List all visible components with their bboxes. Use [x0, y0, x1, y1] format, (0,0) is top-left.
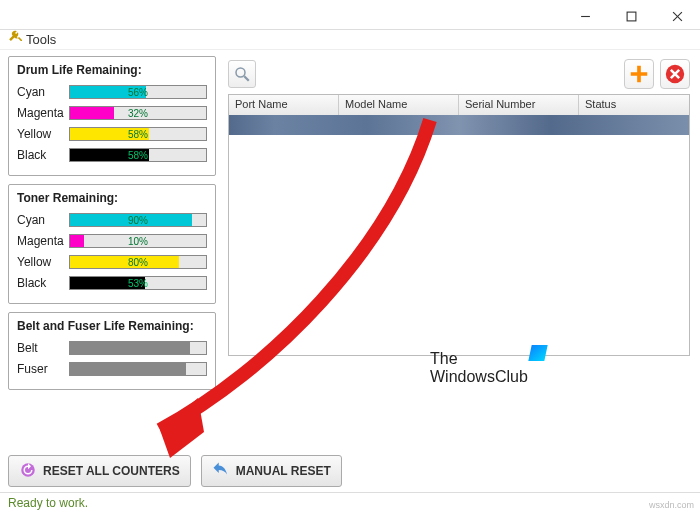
watermark-line1: The — [430, 350, 528, 368]
col-model-name[interactable]: Model Name — [339, 95, 459, 115]
belt-fuser-panel: Belt and Fuser Life Remaining: Belt Fuse… — [8, 312, 216, 390]
drum-progress-bar: 58% — [69, 127, 207, 141]
svg-rect-1 — [627, 12, 636, 21]
col-serial-number[interactable]: Serial Number — [459, 95, 579, 115]
close-window-button[interactable] — [654, 2, 700, 30]
device-table[interactable]: Port Name Model Name Serial Number Statu… — [228, 94, 690, 356]
drum-progress-text: 32% — [70, 107, 206, 119]
toner-row: Black53% — [17, 274, 207, 292]
belt-label: Fuser — [17, 362, 69, 376]
drum-panel-title: Drum Life Remaining: — [17, 63, 207, 77]
toner-row: Magenta10% — [17, 232, 207, 250]
window-titlebar — [0, 0, 700, 30]
delete-button[interactable] — [660, 59, 690, 89]
svg-line-5 — [244, 76, 249, 81]
toner-row: Yellow80% — [17, 253, 207, 271]
status-bar: Ready to work. — [0, 492, 700, 512]
col-status[interactable]: Status — [579, 95, 689, 115]
watermark-line2: WindowsClub — [430, 368, 528, 386]
toner-label: Black — [17, 276, 69, 290]
reset-icon — [19, 461, 37, 482]
toner-panel: Toner Remaining: Cyan90%Magenta10%Yellow… — [8, 184, 216, 304]
belt-label: Belt — [17, 341, 69, 355]
drum-label: Yellow — [17, 127, 69, 141]
drum-row: Black58% — [17, 146, 207, 164]
drum-row: Cyan56% — [17, 83, 207, 101]
tools-icon — [8, 30, 22, 50]
belt-progress-bar — [69, 362, 207, 376]
toner-progress-bar: 90% — [69, 213, 207, 227]
add-button[interactable] — [624, 59, 654, 89]
belt-progress-text — [70, 342, 206, 354]
toner-progress-text: 53% — [70, 277, 206, 289]
drum-progress-bar: 58% — [69, 148, 207, 162]
belt-panel-title: Belt and Fuser Life Remaining: — [17, 319, 207, 333]
toner-row: Cyan90% — [17, 211, 207, 229]
search-button[interactable] — [228, 60, 256, 88]
toner-label: Magenta — [17, 234, 69, 248]
drum-progress-text: 56% — [70, 86, 206, 98]
menu-bar: Tools — [0, 30, 700, 50]
right-pane: Port Name Model Name Serial Number Statu… — [224, 50, 700, 450]
table-empty-area — [229, 135, 689, 355]
drum-label: Cyan — [17, 85, 69, 99]
belt-progress-text — [70, 363, 206, 375]
bottom-bar: RESET ALL COUNTERS MANUAL RESET — [0, 450, 700, 492]
tools-menu[interactable]: Tools — [26, 30, 56, 50]
toner-progress-text: 10% — [70, 235, 206, 247]
maximize-button[interactable] — [608, 2, 654, 30]
toner-panel-title: Toner Remaining: — [17, 191, 207, 205]
belt-progress-bar — [69, 341, 207, 355]
svg-point-4 — [236, 68, 245, 77]
toner-progress-bar: 53% — [69, 276, 207, 290]
toner-progress-bar: 80% — [69, 255, 207, 269]
toner-progress-text: 80% — [70, 256, 206, 268]
drum-label: Magenta — [17, 106, 69, 120]
manual-reset-label: MANUAL RESET — [236, 464, 331, 478]
reset-all-counters-button[interactable]: RESET ALL COUNTERS — [8, 455, 191, 487]
toner-progress-text: 90% — [70, 214, 206, 226]
drum-row: Yellow58% — [17, 125, 207, 143]
toner-label: Cyan — [17, 213, 69, 227]
undo-icon — [212, 461, 230, 482]
belt-row: Belt — [17, 339, 207, 357]
watermark: The WindowsClub — [430, 350, 528, 386]
drum-progress-text: 58% — [70, 149, 206, 161]
watermark-logo-icon — [528, 345, 547, 361]
minimize-button[interactable] — [562, 2, 608, 30]
left-sidebar: Drum Life Remaining: Cyan56%Magenta32%Ye… — [0, 50, 224, 450]
col-port-name[interactable]: Port Name — [229, 95, 339, 115]
drum-progress-bar: 56% — [69, 85, 207, 99]
belt-row: Fuser — [17, 360, 207, 378]
toner-label: Yellow — [17, 255, 69, 269]
toner-progress-bar: 10% — [69, 234, 207, 248]
table-header: Port Name Model Name Serial Number Statu… — [229, 95, 689, 115]
drum-row: Magenta32% — [17, 104, 207, 122]
drum-progress-text: 58% — [70, 128, 206, 140]
site-mark: wsxdn.com — [649, 500, 694, 510]
drum-panel: Drum Life Remaining: Cyan56%Magenta32%Ye… — [8, 56, 216, 176]
drum-progress-bar: 32% — [69, 106, 207, 120]
drum-label: Black — [17, 148, 69, 162]
reset-all-label: RESET ALL COUNTERS — [43, 464, 180, 478]
table-row[interactable] — [229, 115, 689, 135]
manual-reset-button[interactable]: MANUAL RESET — [201, 455, 342, 487]
